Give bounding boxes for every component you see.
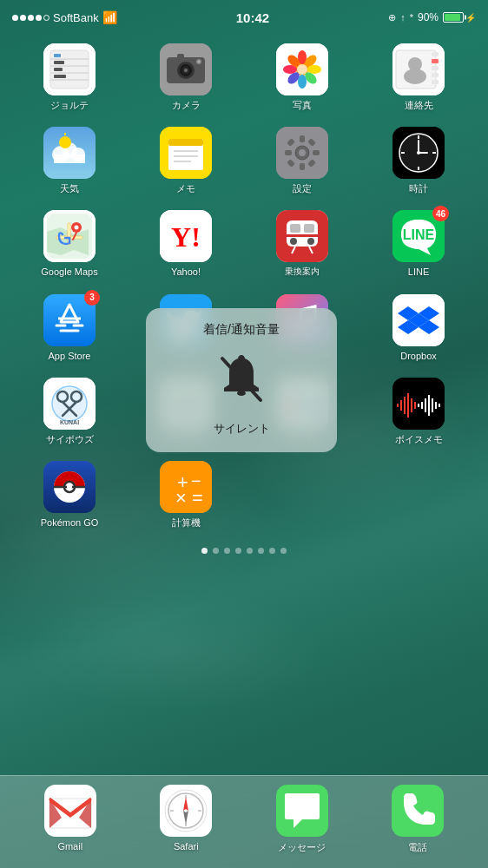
app-item-pokemon[interactable]: Pokémon GO: [16, 461, 123, 529]
svg-rect-86: [287, 234, 318, 237]
app-label-voicememo: ボイスメモ: [395, 434, 443, 445]
app-item-settings[interactable]: 設定: [248, 127, 356, 194]
page-dot-4: [235, 548, 241, 554]
svg-rect-16: [177, 54, 184, 58]
svg-rect-6: [54, 54, 61, 57]
svg-point-44: [59, 136, 71, 148]
contacts-svg: [392, 43, 445, 95]
app-item-gmaps[interactable]: Google Maps: [16, 210, 123, 278]
camera-svg: [160, 43, 212, 95]
svg-text:Y!: Y!: [171, 221, 201, 253]
svg-rect-56: [300, 163, 305, 170]
train-svg: [276, 210, 328, 262]
app-label-clock: 時計: [409, 183, 428, 194]
volume-bell-icon: [207, 345, 276, 414]
pokemon-svg: [43, 461, 96, 513]
app-item-dropbox[interactable]: Dropbox: [365, 294, 472, 362]
svg-rect-85: [304, 224, 314, 233]
voicememo-svg: [392, 378, 445, 430]
dock-label-gmail: Gmail: [57, 841, 82, 852]
app-item-memo[interactable]: メモ: [132, 127, 240, 194]
svg-point-155: [237, 391, 246, 396]
app-item-voicememo[interactable]: ボイスメモ: [365, 378, 472, 445]
app-label-kunai: サイボウズ: [46, 434, 94, 445]
volume-subtitle: サイレント: [214, 421, 270, 437]
badge-appstore: 3: [84, 290, 100, 306]
app-item-kunai[interactable]: KUNAI サイボウズ: [16, 378, 123, 445]
svg-point-71: [417, 151, 420, 155]
app-icon-calc: + − × =: [160, 461, 212, 513]
status-time: 10:42: [236, 10, 269, 25]
app-icon-voicememo: [392, 378, 445, 430]
svg-point-149: [67, 484, 72, 490]
app-icon-jorute: [43, 43, 96, 95]
photos-svg: [276, 43, 328, 95]
badge-line: 46: [432, 206, 449, 221]
app-icon-photos: [276, 43, 328, 95]
app-item-yahoo[interactable]: Y! Yahoo!: [132, 210, 240, 278]
app-label-jorute: ジョルテ: [50, 100, 89, 111]
app-label-settings: 設定: [293, 183, 312, 194]
app-icon-dropbox: [392, 294, 445, 346]
carrier-label: SoftBank: [53, 11, 99, 24]
page-dot-7: [269, 548, 275, 554]
svg-text:KUNAI: KUNAI: [60, 419, 79, 425]
volume-overlay: 着信/通知音量 サイレント: [146, 308, 337, 452]
svg-point-29: [297, 64, 307, 75]
dock-item-phone[interactable]: 電話: [392, 785, 444, 854]
app-item-camera[interactable]: カメラ: [132, 43, 240, 111]
dock-icon-gmail: [44, 785, 96, 837]
signal-dot-2: [20, 15, 26, 21]
svg-rect-9: [54, 75, 66, 78]
svg-rect-36: [432, 80, 439, 84]
svg-point-15: [184, 69, 188, 72]
app-item-clock[interactable]: 時計: [365, 127, 472, 194]
dropbox-svg: [392, 294, 445, 346]
svg-point-54: [299, 149, 306, 156]
yahoo-svg: Y!: [160, 210, 212, 262]
messages-svg: [276, 785, 328, 837]
page-dot-2: [213, 548, 219, 554]
safari-svg: [160, 785, 212, 837]
app-icon-line: LINE 46: [392, 210, 445, 262]
jorute-svg: [43, 43, 96, 95]
app-label-yahoo: Yahoo!: [171, 266, 201, 278]
page-dot-1: [201, 548, 208, 554]
svg-rect-7: [54, 61, 64, 64]
svg-rect-48: [168, 139, 203, 146]
svg-rect-170: [392, 785, 444, 837]
arrow-icon: ↑: [400, 12, 406, 23]
app-label-line: LINE: [408, 266, 429, 278]
battery-percent: 90%: [418, 11, 439, 23]
svg-rect-35: [432, 73, 439, 77]
app-label-train: 乗換案内: [285, 266, 320, 277]
app-item-photos[interactable]: 写真: [248, 43, 356, 111]
app-item-jorute[interactable]: ジョルテ: [16, 43, 123, 111]
app-item-appstore[interactable]: 3 App Store: [16, 294, 123, 362]
svg-point-18: [198, 61, 201, 63]
app-label-camera: カメラ: [172, 100, 201, 111]
app-item-weather[interactable]: 天気: [16, 127, 123, 194]
svg-rect-57: [285, 150, 292, 155]
app-label-contacts: 連絡先: [405, 100, 433, 111]
phone-svg: [392, 785, 444, 837]
app-item-contacts[interactable]: 連絡先: [365, 43, 472, 111]
dock-label-safari: Safari: [174, 841, 199, 852]
app-item-line[interactable]: LINE 46 LINE: [365, 210, 472, 278]
app-icon-yahoo: Y!: [160, 210, 212, 262]
app-item-calc[interactable]: + − × = 計算機: [132, 461, 240, 529]
clock-svg: [392, 127, 445, 179]
svg-point-111: [52, 386, 87, 421]
app-icon-clock: [392, 127, 445, 179]
battery-container: ⚡: [443, 12, 476, 23]
dock-item-safari[interactable]: Safari: [160, 785, 212, 854]
svg-text:=: =: [192, 487, 203, 509]
dock: Gmail Safari: [0, 775, 488, 868]
app-icon-weather: [43, 127, 96, 179]
app-label-dropbox: Dropbox: [400, 351, 437, 362]
app-icon-appstore: 3: [43, 294, 96, 346]
dock-item-gmail[interactable]: Gmail: [44, 785, 96, 854]
app-item-train[interactable]: 乗換案内: [248, 210, 356, 278]
dock-item-messages[interactable]: メッセージ: [276, 785, 328, 854]
app-icon-gmaps: [43, 210, 96, 262]
